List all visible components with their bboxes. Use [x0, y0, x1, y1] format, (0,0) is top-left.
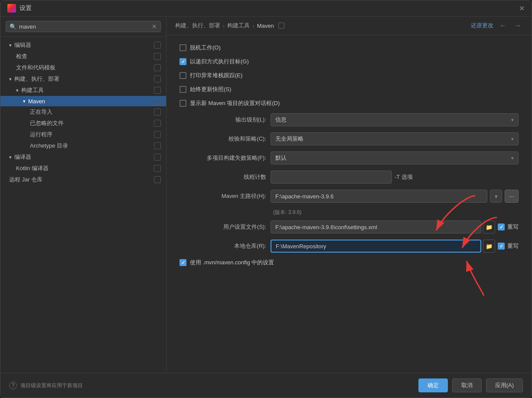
maven-home-input[interactable] — [271, 190, 487, 203]
dropdown-arrow-icon: ▾ — [495, 193, 498, 200]
sidebar-item-inspect[interactable]: 检查 — [0, 51, 166, 62]
expand-arrow-editor: ▾ — [9, 43, 12, 48]
showdialog-cb-box — [180, 100, 186, 107]
threads-control: -T 选项 — [271, 171, 519, 184]
sidebar-item-label-editor: 编辑器 — [14, 41, 152, 49]
header-actions: 还原更改 ← → — [471, 21, 523, 30]
sidebar-item-ignored[interactable]: 已忽略的文件 — [0, 118, 166, 129]
sidebar-item-file-code[interactable]: 文件和代码模板 — [0, 62, 166, 73]
showdialog-checkbox[interactable]: 显示新 Maven 项目的设置对话框(D) — [180, 99, 280, 107]
user-settings-control: 📁 重写 — [271, 220, 519, 234]
apply-button[interactable]: 应用(A) — [486, 378, 523, 392]
local-repo-input[interactable] — [271, 240, 481, 253]
sidebar-item-label-remote-jar: 远程 Jar 仓库 — [9, 176, 152, 184]
maven-home-label: Maven 主路径(H): — [180, 192, 266, 200]
local-repo-rewrite-cb[interactable] — [498, 243, 505, 250]
sidebar-item-pin-archetype — [154, 142, 161, 149]
local-repo-label: 本地仓库(R): — [180, 242, 266, 250]
sidebar-item-pin-remote-jar — [154, 176, 161, 183]
sidebar-item-maven[interactable]: ▾ Maven — [0, 96, 166, 106]
app-icon — [7, 4, 16, 13]
search-clear-icon[interactable]: ✕ — [152, 23, 157, 30]
maven-home-dropdown-btn[interactable]: ▾ — [490, 190, 502, 203]
panel-header: 构建、执行、部署 › 构建工具 › Maven 还原更改 ← → — [166, 16, 532, 35]
sidebar-item-editor[interactable]: ▾ 编辑器 — [0, 39, 166, 51]
nav-back-button[interactable]: ← — [498, 21, 508, 30]
user-settings-input[interactable] — [271, 220, 481, 234]
cancel-button[interactable]: 取消 — [452, 378, 482, 392]
sidebar-item-pin-file-code — [154, 64, 161, 71]
footer: ? 项目级设置将应用于新项目 确定 取消 应用(A) — [0, 373, 532, 398]
user-settings-rewrite-cb[interactable] — [498, 224, 505, 230]
sidebar-item-pin-build — [154, 76, 161, 82]
local-repo-path: 📁 — [271, 240, 495, 253]
title-bar: 设置 ✕ — [0, 0, 532, 16]
showdialog-label: 显示新 Maven 项目的设置对话框(D) — [190, 99, 280, 107]
alwaysupdate-cb-box — [180, 86, 186, 93]
checksum-select[interactable]: 无全局策略 ▾ — [271, 132, 519, 145]
settings-dialog: 设置 ✕ 🔍 ✕ ▾ 编辑器 — [0, 0, 532, 398]
alwaysupdate-checkbox[interactable]: 始终更新快照(S) — [180, 86, 231, 93]
panel-content: 脱机工作(O) 以递归方式执行目标(G) 打印异常堆栈跟踪(E) — [166, 35, 532, 373]
tree: ▾ 编辑器 检查 文件和代码模板 — [0, 37, 166, 373]
sidebar-item-pin-compiler — [154, 154, 161, 161]
sidebar-item-archetype[interactable]: Archetype 目录 — [0, 140, 166, 151]
sidebar-item-label-runner: 运行程序 — [30, 131, 152, 138]
sidebar-item-runner[interactable]: 运行程序 — [0, 129, 166, 140]
restore-changes-link[interactable]: 还原更改 — [471, 22, 493, 30]
expand-arrow-build-tools: ▾ — [16, 88, 19, 93]
maven-home-ellipsis-btn[interactable]: ··· — [505, 190, 519, 203]
folder-icon-2: 📁 — [486, 243, 493, 250]
build-fail-row: 多项目构建失败策略(F): 默认 ▾ — [180, 151, 519, 164]
sidebar-item-compiler[interactable]: ▾ 编译器 — [0, 151, 166, 163]
build-fail-arrow-icon: ▾ — [511, 155, 514, 161]
sidebar-item-pin-maven — [154, 98, 161, 105]
footer-left: ? 项目级设置将应用于新项目 — [9, 382, 83, 389]
sidebar-item-pin-build-tools — [154, 87, 161, 94]
close-button[interactable]: ✕ — [519, 5, 525, 11]
printstack-checkbox[interactable]: 打印异常堆栈跟踪(E) — [180, 72, 242, 79]
use-mvn-config-checkbox[interactable]: 使用 .mvn/maven.config 中的设置 — [180, 259, 274, 266]
help-icon[interactable]: ? — [9, 382, 17, 389]
breadcrumb-sep-1: › — [223, 23, 225, 29]
sidebar-item-kotlin[interactable]: Kotlin 编译器 — [0, 163, 166, 174]
build-fail-select[interactable]: 默认 ▾ — [271, 151, 519, 164]
threads-input[interactable] — [271, 171, 392, 184]
nav-forward-button[interactable]: → — [512, 21, 523, 30]
offline-checkbox[interactable]: 脱机工作(O) — [180, 44, 221, 52]
user-settings-folder-btn[interactable]: 📁 — [483, 220, 495, 234]
confirm-button[interactable]: 确定 — [418, 378, 448, 392]
title-bar-left: 设置 — [7, 4, 32, 13]
breadcrumb: 构建、执行、部署 › 构建工具 › Maven — [175, 22, 284, 30]
alwaysupdate-setting-row: 始终更新快照(S) — [180, 86, 519, 93]
use-mvn-config-label: 使用 .mvn/maven.config 中的设置 — [190, 259, 274, 266]
maven-home-row: Maven 主路径(H): ▾ ··· — [180, 190, 519, 203]
recursive-label: 以递归方式执行目标(G) — [190, 58, 249, 66]
sidebar-item-importing[interactable]: 正在导入 — [0, 106, 166, 118]
user-settings-path: 📁 — [271, 220, 495, 234]
sidebar-item-label-build-tools: 构建工具 — [21, 86, 152, 94]
search-icon: 🔍 — [10, 23, 16, 30]
sidebar-item-build-tools[interactable]: ▾ 构建工具 — [0, 85, 166, 96]
user-settings-row: 用户设置文件(S): 📁 重写 — [180, 220, 519, 234]
breadcrumb-pin — [278, 23, 284, 29]
recursive-checkbox[interactable]: 以递归方式执行目标(G) — [180, 58, 249, 66]
sidebar-item-label-kotlin: Kotlin 编译器 — [16, 164, 152, 172]
use-mvn-config-row: 使用 .mvn/maven.config 中的设置 — [180, 259, 519, 266]
t-options-label: -T 选项 — [395, 173, 413, 181]
sidebar-item-remote-jar[interactable]: 远程 Jar 仓库 — [0, 174, 166, 185]
recursive-cb-box — [180, 58, 186, 65]
sidebar-item-label-archetype: Archetype 目录 — [30, 142, 152, 150]
use-mvn-config-cb-box — [180, 259, 186, 266]
version-hint: (版本: 3.9.6) — [180, 209, 519, 216]
output-level-control: 信息 ▾ — [271, 113, 519, 126]
sidebar-item-pin-kotlin — [154, 165, 161, 172]
user-settings-rewrite: 重写 — [498, 223, 519, 231]
sidebar-item-build[interactable]: ▾ 构建、执行、部署 — [0, 73, 166, 85]
offline-label: 脱机工作(O) — [190, 44, 221, 52]
search-input[interactable] — [19, 23, 149, 30]
local-repo-folder-btn[interactable]: 📁 — [483, 240, 495, 253]
build-fail-label: 多项目构建失败策略(F): — [180, 154, 266, 162]
output-level-select[interactable]: 信息 ▾ — [271, 113, 519, 126]
user-settings-label: 用户设置文件(S): — [180, 223, 266, 231]
